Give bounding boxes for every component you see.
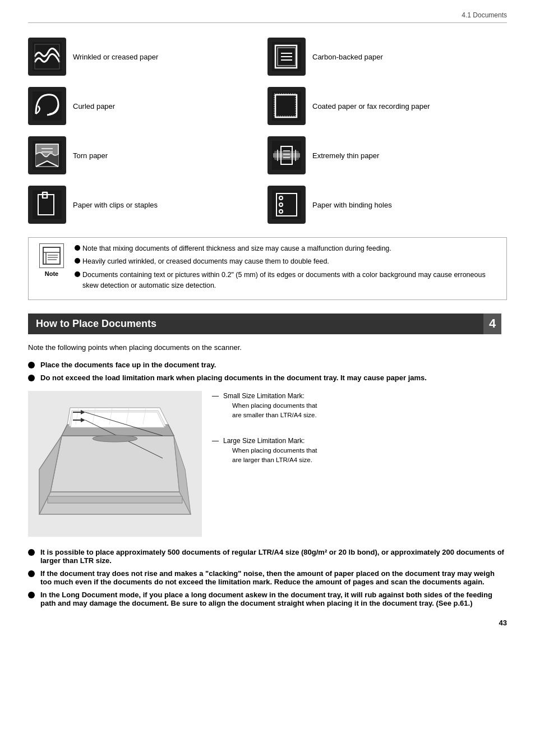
note-bullet-3: Documents containing text or pictures wi… — [75, 270, 499, 292]
carbon-label: Carbon-backed paper — [312, 53, 383, 61]
bottom-bullet-1: It is possible to place approximately 50… — [28, 548, 507, 565]
bottom-bullets: It is possible to place approximately 50… — [28, 548, 507, 607]
section-heading: How to Place Documents 4 — [28, 314, 490, 334]
diagram-label-large: Large Size Limitation Mark: When placing… — [215, 436, 507, 465]
thin-icon — [268, 136, 306, 174]
torn-icon — [28, 136, 66, 174]
bullet-dot-3 — [75, 271, 80, 277]
bullet-dot-bottom-3 — [28, 592, 35, 598]
scanner-illustration — [28, 391, 202, 537]
wrinkled-label: Wrinkled or creased paper — [73, 53, 158, 61]
svg-rect-54 — [48, 496, 182, 503]
diagram-label-large-sub: When placing documents thatare larger th… — [223, 446, 507, 465]
doc-type-wrinkled: Wrinkled or creased paper — [28, 34, 268, 79]
note-icon-area: Note — [36, 243, 67, 277]
section-heading-text: How to Place Documents — [36, 318, 156, 329]
doc-type-torn: Torn paper — [28, 133, 268, 178]
doc-type-coated: Coated paper or fax recording paper — [268, 84, 507, 128]
page-number: 43 — [28, 619, 507, 627]
svg-rect-0 — [33, 42, 62, 71]
scanner-diagram-labels: Small Size Limitation Mark: When placing… — [215, 391, 507, 465]
bullet-dot-1 — [75, 245, 80, 251]
bottom-bullet-3: In the Long Document mode, if you place … — [28, 591, 507, 607]
bullet-dot-bottom-1 — [28, 549, 35, 556]
doc-type-thin: Extremely thin paper — [268, 133, 507, 178]
note-bullet-1: Note that mixing documents of different … — [75, 243, 499, 254]
bullet-dot-item-2 — [28, 375, 35, 381]
intro-text: Note the following points when placing d… — [28, 343, 507, 352]
bullet-dot-2 — [75, 258, 80, 264]
bullet-item-1: Place the documents face up in the docum… — [28, 361, 507, 369]
bottom-bullet-2: If the document tray does not rise and m… — [28, 569, 507, 586]
scanner-diagram-area: Small Size Limitation Mark: When placing… — [28, 391, 507, 537]
note-bullet-2: Heavily curled wrinkled, or creased docu… — [75, 256, 499, 267]
holes-label: Paper with binding holes — [312, 201, 392, 209]
note-content: Note that mixing documents of different … — [75, 243, 499, 294]
carbon-icon — [268, 38, 306, 76]
diagram-label-small-sub: When placing documents thatare smaller t… — [223, 401, 507, 421]
curled-label: Curled paper — [73, 102, 115, 110]
thin-label: Extremely thin paper — [312, 151, 379, 160]
page-header: 4.1 Documents — [28, 11, 507, 23]
doc-type-clips: Paper with clips or staples — [28, 182, 268, 227]
note-box: Note Note that mixing documents of diffe… — [28, 237, 507, 300]
note-icon — [39, 243, 64, 268]
bullet-item-2: Do not exceed the load limitation mark w… — [28, 374, 507, 382]
clips-label: Paper with clips or staples — [73, 201, 158, 209]
doc-type-carbon: Carbon-backed paper — [268, 34, 507, 79]
svg-rect-17 — [273, 153, 300, 158]
torn-label: Torn paper — [73, 151, 108, 160]
section-header-text: 4.1 Documents — [462, 11, 507, 19]
coated-label: Coated paper or fax recording paper — [312, 102, 430, 110]
coated-icon — [268, 87, 306, 125]
note-label: Note — [45, 270, 58, 277]
section-tab: 4 — [483, 314, 501, 334]
clips-icon — [28, 186, 66, 224]
doc-types-grid: Wrinkled or creased paper Carbon-backed … — [28, 34, 507, 227]
diagram-label-small: Small Size Limitation Mark: When placing… — [215, 391, 507, 421]
doc-type-curled: Curled paper — [28, 84, 268, 128]
holes-icon — [268, 186, 306, 224]
svg-point-55 — [93, 435, 137, 442]
bullet-dot-bottom-2 — [28, 570, 35, 577]
bullet-dot-item-1 — [28, 362, 35, 368]
curled-icon — [28, 87, 66, 125]
wrinkled-icon — [28, 38, 66, 76]
doc-type-holes: Paper with binding holes — [268, 182, 507, 227]
